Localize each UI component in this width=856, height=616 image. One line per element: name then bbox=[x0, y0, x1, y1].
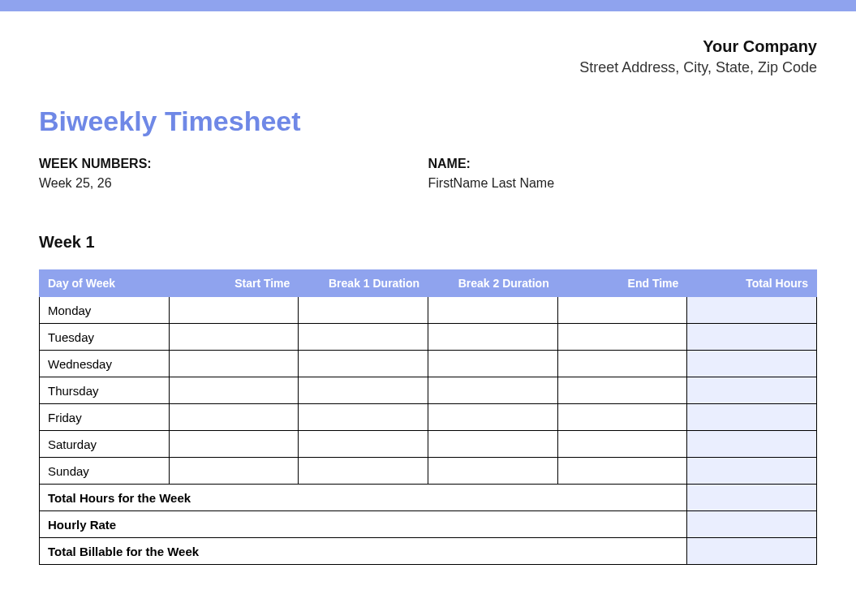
day-label: Saturday bbox=[40, 431, 170, 458]
timesheet-table: Day of Week Start Time Break 1 Duration … bbox=[39, 269, 817, 565]
total-hours-week-value bbox=[687, 485, 817, 511]
day-label: Friday bbox=[40, 404, 170, 431]
break2-cell[interactable] bbox=[428, 458, 558, 485]
company-name: Your Company bbox=[39, 37, 817, 56]
table-header-row: Day of Week Start Time Break 1 Duration … bbox=[40, 270, 817, 297]
break1-cell[interactable] bbox=[299, 431, 428, 458]
document-content: Your Company Street Address, City, State… bbox=[0, 37, 856, 565]
break2-cell[interactable] bbox=[428, 431, 558, 458]
summary-row-hourly-rate: Hourly Rate bbox=[40, 511, 817, 538]
end-time-cell[interactable] bbox=[557, 377, 687, 404]
page-title: Biweekly Timesheet bbox=[39, 106, 817, 137]
day-label: Thursday bbox=[40, 377, 170, 404]
total-hours-cell bbox=[687, 404, 817, 431]
name-value: FirstName Last Name bbox=[428, 176, 818, 191]
table-row: Monday bbox=[40, 297, 817, 324]
total-hours-cell bbox=[687, 351, 817, 377]
end-time-cell[interactable] bbox=[557, 431, 687, 458]
break1-cell[interactable] bbox=[299, 324, 428, 351]
break2-cell[interactable] bbox=[428, 377, 558, 404]
total-hours-week-label: Total Hours for the Week bbox=[40, 485, 687, 511]
col-start-time: Start Time bbox=[169, 270, 299, 297]
total-hours-cell bbox=[687, 458, 817, 485]
hourly-rate-label: Hourly Rate bbox=[40, 511, 687, 538]
company-block: Your Company Street Address, City, State… bbox=[39, 37, 817, 76]
end-time-cell[interactable] bbox=[557, 404, 687, 431]
table-row: Wednesday bbox=[40, 351, 817, 377]
total-hours-cell bbox=[687, 297, 817, 324]
table-row: Thursday bbox=[40, 377, 817, 404]
end-time-cell[interactable] bbox=[557, 351, 687, 377]
company-address: Street Address, City, State, Zip Code bbox=[39, 59, 817, 76]
break1-cell[interactable] bbox=[299, 351, 428, 377]
start-time-cell[interactable] bbox=[169, 377, 299, 404]
break1-cell[interactable] bbox=[299, 297, 428, 324]
summary-row-total-hours: Total Hours for the Week bbox=[40, 485, 817, 511]
start-time-cell[interactable] bbox=[169, 324, 299, 351]
col-total-hours: Total Hours bbox=[687, 270, 817, 297]
total-billable-value bbox=[687, 538, 817, 565]
table-row: Friday bbox=[40, 404, 817, 431]
start-time-cell[interactable] bbox=[169, 404, 299, 431]
end-time-cell[interactable] bbox=[557, 324, 687, 351]
week-numbers-value: Week 25, 26 bbox=[39, 176, 428, 191]
start-time-cell[interactable] bbox=[169, 431, 299, 458]
top-accent-bar bbox=[0, 0, 856, 11]
info-row: WEEK NUMBERS: Week 25, 26 NAME: FirstNam… bbox=[39, 157, 817, 191]
hourly-rate-value[interactable] bbox=[687, 511, 817, 538]
break2-cell[interactable] bbox=[428, 297, 558, 324]
table-row: Sunday bbox=[40, 458, 817, 485]
week-heading: Week 1 bbox=[39, 233, 817, 252]
col-break2: Break 2 Duration bbox=[428, 270, 558, 297]
table-row: Tuesday bbox=[40, 324, 817, 351]
col-day: Day of Week bbox=[40, 270, 170, 297]
week-numbers-block: WEEK NUMBERS: Week 25, 26 bbox=[39, 157, 428, 191]
table-row: Saturday bbox=[40, 431, 817, 458]
day-label: Tuesday bbox=[40, 324, 170, 351]
day-label: Sunday bbox=[40, 458, 170, 485]
start-time-cell[interactable] bbox=[169, 297, 299, 324]
col-end-time: End Time bbox=[557, 270, 687, 297]
week-numbers-label: WEEK NUMBERS: bbox=[39, 157, 428, 171]
start-time-cell[interactable] bbox=[169, 458, 299, 485]
break2-cell[interactable] bbox=[428, 404, 558, 431]
start-time-cell[interactable] bbox=[169, 351, 299, 377]
total-hours-cell bbox=[687, 431, 817, 458]
break1-cell[interactable] bbox=[299, 458, 428, 485]
name-block: NAME: FirstName Last Name bbox=[428, 157, 818, 191]
total-billable-label: Total Billable for the Week bbox=[40, 538, 687, 565]
name-label: NAME: bbox=[428, 157, 818, 171]
col-break1: Break 1 Duration bbox=[299, 270, 428, 297]
end-time-cell[interactable] bbox=[557, 297, 687, 324]
break2-cell[interactable] bbox=[428, 324, 558, 351]
total-hours-cell bbox=[687, 377, 817, 404]
total-hours-cell bbox=[687, 324, 817, 351]
break2-cell[interactable] bbox=[428, 351, 558, 377]
day-label: Monday bbox=[40, 297, 170, 324]
break1-cell[interactable] bbox=[299, 404, 428, 431]
day-label: Wednesday bbox=[40, 351, 170, 377]
summary-row-total-billable: Total Billable for the Week bbox=[40, 538, 817, 565]
break1-cell[interactable] bbox=[299, 377, 428, 404]
end-time-cell[interactable] bbox=[557, 458, 687, 485]
